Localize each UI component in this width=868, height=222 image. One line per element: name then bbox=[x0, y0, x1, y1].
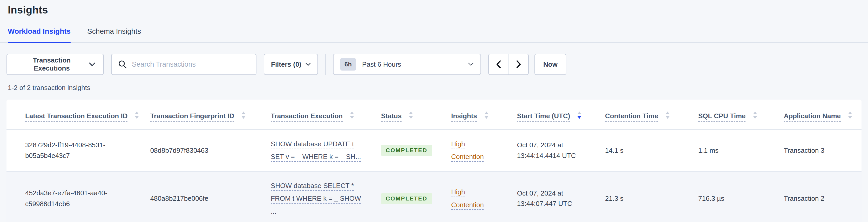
chevron-down-icon bbox=[89, 62, 95, 67]
tab-schema-insights[interactable]: Schema Insights bbox=[87, 27, 141, 42]
chevron-right-icon bbox=[516, 60, 521, 68]
cell-start-time: Oct 07, 2024 at 13:44:07.447 UTC bbox=[517, 188, 595, 209]
now-button[interactable]: Now bbox=[534, 54, 566, 75]
sort-icon[interactable] bbox=[241, 111, 246, 119]
cell-fingerprint-id: 480a8b217be006fe bbox=[145, 171, 266, 222]
column-header-application-name[interactable]: Application Name bbox=[778, 100, 862, 130]
cell-application-name: Transaction 3 bbox=[778, 130, 862, 171]
chevron-left-icon bbox=[496, 60, 501, 68]
cell-contention-time: 14.1 s bbox=[600, 130, 693, 171]
insight-link-high-contention[interactable]: High Contention bbox=[451, 186, 490, 211]
tab-workload-insights-label: Workload Insights bbox=[8, 27, 71, 35]
sort-icon[interactable] bbox=[134, 111, 140, 119]
filters-button-label: Filters (0) bbox=[271, 60, 301, 68]
status-badge: COMPLETED bbox=[381, 193, 432, 204]
toolbar-divider bbox=[325, 54, 326, 75]
column-header-status[interactable]: Status bbox=[376, 100, 446, 130]
cell-fingerprint-id: 08d8b7d97f830463 bbox=[145, 130, 266, 171]
column-header-contention-time[interactable]: Contention Time bbox=[600, 100, 693, 130]
time-next-button[interactable] bbox=[508, 54, 528, 74]
cell-execution-id: 328729d2-ff19-4408-8531-b05a5b4e43c7 bbox=[6, 130, 145, 171]
sort-icon[interactable] bbox=[408, 111, 413, 119]
execution-type-dropdown[interactable]: Transaction Executions bbox=[6, 54, 104, 75]
time-range-label: Past 6 Hours bbox=[362, 60, 462, 68]
sort-icon[interactable] bbox=[349, 111, 354, 119]
results-summary: 1-2 of 2 transaction insights bbox=[8, 84, 868, 92]
sort-icon[interactable] bbox=[484, 111, 489, 119]
column-header-transaction-fingerprint-id[interactable]: Transaction Fingerprint ID bbox=[145, 100, 266, 130]
cell-sql-cpu-time: 1.1 ms bbox=[693, 130, 778, 171]
execution-type-dropdown-label: Transaction Executions bbox=[15, 56, 89, 72]
cell-contention-time: 21.3 s bbox=[600, 171, 693, 222]
cell-execution-id: 452da3e7-e7fa-4801-aa40-c59988d14eb6 bbox=[6, 171, 145, 222]
cell-sql-cpu-time: 716.3 µs bbox=[693, 171, 778, 222]
transaction-insights-table: Latest Transaction Execution ID Transact… bbox=[6, 100, 862, 222]
sort-icon[interactable] bbox=[665, 111, 670, 119]
sort-icon-active-desc[interactable] bbox=[577, 111, 582, 119]
tab-schema-insights-label: Schema Insights bbox=[87, 27, 141, 35]
toolbar: Transaction Executions Filters (0) 6h Pa… bbox=[6, 54, 862, 75]
insights-page: Insights Workload Insights Schema Insigh… bbox=[0, 0, 868, 222]
time-range-badge: 6h bbox=[340, 58, 356, 70]
column-header-transaction-execution[interactable]: Transaction Execution bbox=[266, 100, 376, 130]
sort-icon[interactable] bbox=[752, 111, 758, 119]
table-header-row: Latest Transaction Execution ID Transact… bbox=[6, 100, 862, 130]
chevron-down-icon bbox=[468, 63, 474, 66]
transaction-statement-link[interactable]: SHOW database UPDATE t SET v = _ WHERE k… bbox=[271, 138, 373, 163]
transaction-statement-link[interactable]: SHOW database SELECT * FROM t WHERE k = … bbox=[271, 180, 373, 218]
time-prev-button[interactable] bbox=[489, 54, 508, 74]
filters-button[interactable]: Filters (0) bbox=[264, 54, 318, 75]
search-icon bbox=[118, 60, 127, 69]
column-header-sql-cpu-time[interactable]: SQL CPU Time bbox=[693, 100, 778, 130]
cell-start-time: Oct 07, 2024 at 13:44:14.4414 UTC bbox=[517, 140, 595, 161]
time-range-dropdown[interactable]: 6h Past 6 Hours bbox=[333, 54, 481, 75]
search-input[interactable] bbox=[132, 60, 250, 68]
tabs-bar: Workload Insights Schema Insights bbox=[0, 27, 868, 43]
insights-table-card: Latest Transaction Execution ID Transact… bbox=[6, 100, 862, 222]
column-header-latest-transaction-execution-id[interactable]: Latest Transaction Execution ID bbox=[6, 100, 145, 130]
chevron-down-icon bbox=[306, 63, 311, 66]
column-header-start-time[interactable]: Start Time (UTC) bbox=[512, 100, 600, 130]
table-row: 452da3e7-e7fa-4801-aa40-c59988d14eb6 480… bbox=[6, 171, 862, 222]
column-header-insights[interactable]: Insights bbox=[446, 100, 512, 130]
cell-application-name: Transaction 2 bbox=[778, 171, 862, 222]
sort-icon[interactable] bbox=[847, 111, 853, 119]
table-row: 328729d2-ff19-4408-8531-b05a5b4e43c7 08d… bbox=[6, 130, 862, 171]
insight-link-high-contention[interactable]: High Contention bbox=[451, 138, 490, 163]
status-badge: COMPLETED bbox=[381, 145, 432, 156]
tab-workload-insights[interactable]: Workload Insights bbox=[8, 27, 71, 42]
time-range-pager bbox=[488, 54, 529, 75]
page-title: Insights bbox=[0, 0, 868, 16]
search-box bbox=[111, 54, 256, 75]
